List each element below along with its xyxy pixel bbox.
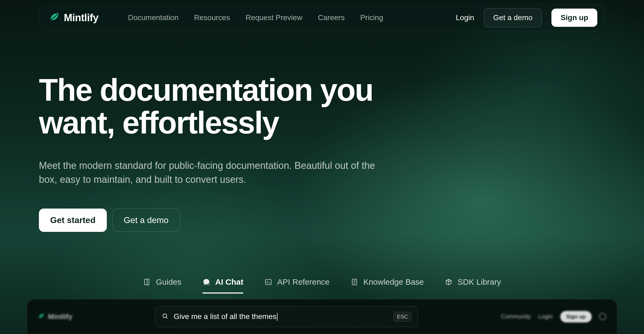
hero-demo-button[interactable]: Get a demo (112, 209, 180, 232)
tab-label: Knowledge Base (363, 277, 424, 287)
hero-subtitle: Meet the modern standard for public-faci… (39, 159, 382, 187)
nav-link-resources[interactable]: Resources (194, 13, 230, 22)
demo-tabs: Guides AI Chat API Reference Knowledge B… (39, 277, 605, 294)
book-icon (143, 278, 151, 286)
chat-icon (202, 278, 210, 286)
get-demo-button[interactable]: Get a demo (484, 8, 542, 27)
nav-links: Documentation Resources Request Preview … (128, 13, 383, 22)
nav-link-request-preview[interactable]: Request Preview (246, 13, 302, 22)
leaf-icon (49, 12, 60, 24)
svg-rect-1 (266, 280, 271, 285)
tab-sdk-library[interactable]: SDK Library (445, 277, 501, 294)
nav-right: Login Get a demo Sign up (456, 8, 597, 27)
signup-button[interactable]: Sign up (551, 9, 597, 27)
tab-ai-chat[interactable]: AI Chat (202, 277, 243, 294)
hero-title: The documentation you want, effortlessly (39, 74, 388, 139)
main-navbar: Mintlify Documentation Resources Request… (39, 4, 605, 31)
tab-guides[interactable]: Guides (143, 277, 181, 294)
nav-link-pricing[interactable]: Pricing (360, 13, 383, 22)
login-link[interactable]: Login (456, 13, 474, 22)
tab-knowledge-base[interactable]: Knowledge Base (350, 277, 424, 294)
nav-link-careers[interactable]: Careers (318, 13, 345, 22)
hero-cta: Get started Get a demo (39, 209, 605, 232)
tab-api-reference[interactable]: API Reference (264, 277, 330, 294)
get-started-button[interactable]: Get started (39, 209, 107, 232)
tab-label: Guides (156, 277, 181, 287)
tab-label: AI Chat (215, 277, 243, 287)
terminal-icon (264, 278, 272, 286)
brand-logo[interactable]: Mintlify (49, 12, 98, 24)
tab-label: API Reference (277, 277, 330, 287)
tab-label: SDK Library (458, 277, 501, 287)
hero-section: The documentation you want, effortlessly… (39, 74, 605, 232)
nav-link-documentation[interactable]: Documentation (128, 13, 178, 22)
brand-name: Mintlify (64, 12, 98, 24)
document-icon (350, 278, 358, 286)
package-icon (445, 278, 453, 286)
